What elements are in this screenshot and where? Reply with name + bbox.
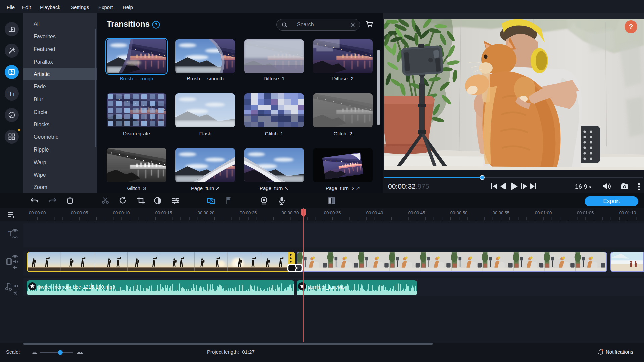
svg-text:T: T: [9, 90, 12, 97]
svg-text:sweet-memory-bbc-1215-100.mp3: sweet-memory-bbc-1215-100.mp3: [38, 284, 115, 290]
svg-text:?: ?: [155, 22, 158, 27]
svg-text:T: T: [8, 229, 12, 238]
svg-text:T: T: [12, 92, 15, 97]
svg-text:summer_fun.wav: summer_fun.wav: [308, 284, 346, 290]
